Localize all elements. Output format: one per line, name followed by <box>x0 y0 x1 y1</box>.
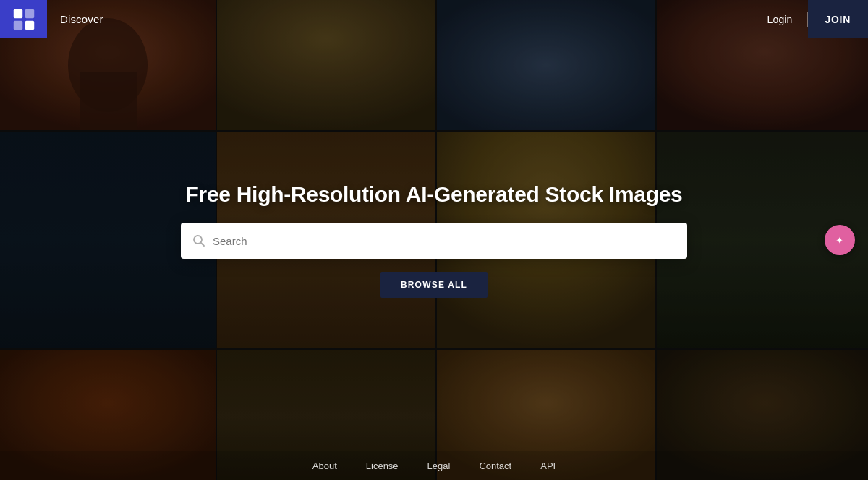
search-icon <box>192 234 205 247</box>
browse-all-button[interactable]: BROWSE ALL <box>380 272 488 298</box>
nav-right: Login JOIN <box>753 0 868 38</box>
footer-legal[interactable]: Legal <box>427 460 451 471</box>
footer-contact[interactable]: Contact <box>479 460 511 471</box>
hero-title: Free High-Resolution AI-Generated Stock … <box>181 182 687 207</box>
footer: About License Legal Contact API <box>0 451 868 480</box>
svg-text:✦: ✦ <box>835 235 843 246</box>
search-bar[interactable] <box>181 223 687 259</box>
nav-login-button[interactable]: Login <box>753 14 807 25</box>
logo-box[interactable] <box>0 0 47 38</box>
svg-rect-28 <box>13 20 22 29</box>
svg-rect-27 <box>25 9 33 17</box>
nav-discover-link[interactable]: Discover <box>60 13 103 25</box>
navbar: Discover Login JOIN <box>0 0 868 38</box>
footer-api[interactable]: API <box>540 460 556 471</box>
logo-icon <box>12 8 35 31</box>
nav-join-button[interactable]: JOIN <box>808 0 868 38</box>
footer-license[interactable]: License <box>366 460 399 471</box>
svg-rect-29 <box>25 20 33 29</box>
svg-rect-26 <box>13 9 22 17</box>
svg-line-31 <box>201 243 205 247</box>
footer-about[interactable]: About <box>312 460 337 471</box>
search-input[interactable] <box>213 235 676 247</box>
fab-button[interactable]: ✦ <box>825 225 855 255</box>
hero-content: Free High-Resolution AI-Generated Stock … <box>181 182 687 298</box>
